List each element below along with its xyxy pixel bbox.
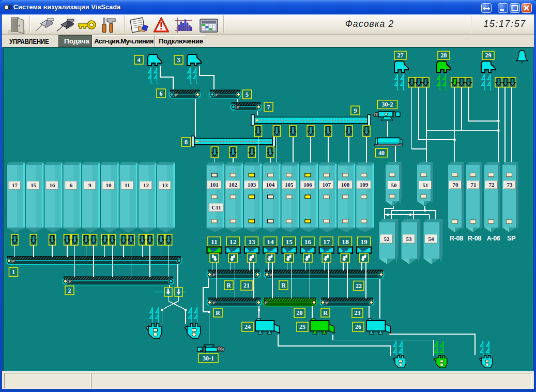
svg-text:9: 9 (88, 182, 91, 188)
svg-text:18: 18 (342, 238, 349, 246)
svg-text:9: 9 (354, 107, 357, 114)
svg-text:28: 28 (441, 52, 447, 59)
svg-text:70: 70 (453, 182, 459, 188)
svg-text:R: R (281, 282, 286, 289)
svg-text:5: 5 (246, 91, 249, 98)
svg-text:1: 1 (12, 268, 15, 276)
svg-text:11: 11 (125, 182, 130, 188)
svg-text:102: 102 (228, 182, 237, 188)
svg-text:R-08: R-08 (450, 235, 463, 242)
svg-text:27: 27 (397, 52, 404, 59)
svg-text:107: 107 (322, 182, 331, 188)
svg-text:22: 22 (356, 282, 362, 290)
svg-text:17: 17 (12, 182, 18, 188)
svg-text:4: 4 (137, 56, 141, 64)
svg-text:30-1: 30-1 (203, 355, 214, 362)
svg-text:30-2: 30-2 (382, 101, 393, 108)
svg-text:19: 19 (360, 238, 367, 246)
svg-text:R: R (323, 309, 328, 316)
svg-text:16: 16 (304, 238, 312, 246)
svg-text:3: 3 (177, 56, 180, 64)
svg-text:24: 24 (244, 323, 251, 330)
svg-text:11: 11 (211, 238, 218, 246)
svg-text:C11: C11 (211, 204, 221, 210)
svg-text:17: 17 (323, 238, 330, 246)
svg-text:73: 73 (507, 182, 513, 188)
svg-text:7: 7 (267, 103, 270, 111)
svg-text:71: 71 (471, 182, 477, 188)
svg-text:6: 6 (160, 90, 163, 97)
svg-text:101: 101 (210, 182, 219, 188)
svg-text:21: 21 (243, 282, 250, 289)
svg-text:6: 6 (70, 182, 73, 188)
svg-text:50: 50 (391, 182, 397, 188)
svg-text:16: 16 (50, 182, 56, 188)
svg-text:14: 14 (267, 238, 274, 246)
svg-text:53: 53 (406, 236, 412, 242)
svg-text:A-06: A-06 (487, 235, 500, 242)
svg-text:12: 12 (143, 182, 149, 188)
svg-text:29: 29 (485, 52, 492, 59)
svg-text:R: R (216, 309, 220, 316)
svg-text:26: 26 (355, 323, 361, 330)
svg-text:54: 54 (428, 236, 435, 242)
svg-text:12: 12 (229, 238, 237, 246)
svg-text:104: 104 (266, 182, 275, 188)
svg-text:R-08: R-08 (468, 235, 481, 242)
svg-text:106: 106 (303, 182, 312, 188)
svg-text:15: 15 (286, 238, 293, 246)
svg-text:SP: SP (507, 235, 515, 242)
svg-text:40: 40 (378, 149, 385, 157)
svg-text:109: 109 (360, 182, 369, 188)
svg-text:2: 2 (68, 287, 71, 294)
svg-text:103: 103 (248, 182, 256, 188)
svg-text:20: 20 (297, 309, 303, 316)
svg-text:15: 15 (30, 182, 37, 188)
svg-text:25: 25 (299, 323, 305, 330)
svg-text:23: 23 (355, 309, 361, 316)
svg-text:105: 105 (285, 182, 294, 188)
svg-text:10: 10 (106, 182, 112, 188)
svg-text:108: 108 (341, 182, 350, 188)
svg-text:51: 51 (423, 182, 428, 188)
svg-text:52: 52 (384, 236, 390, 242)
svg-text:13: 13 (248, 238, 255, 246)
svg-text:72: 72 (489, 182, 495, 188)
svg-text:8: 8 (185, 139, 188, 146)
svg-text:13: 13 (162, 182, 168, 188)
svg-text:R: R (226, 282, 231, 289)
